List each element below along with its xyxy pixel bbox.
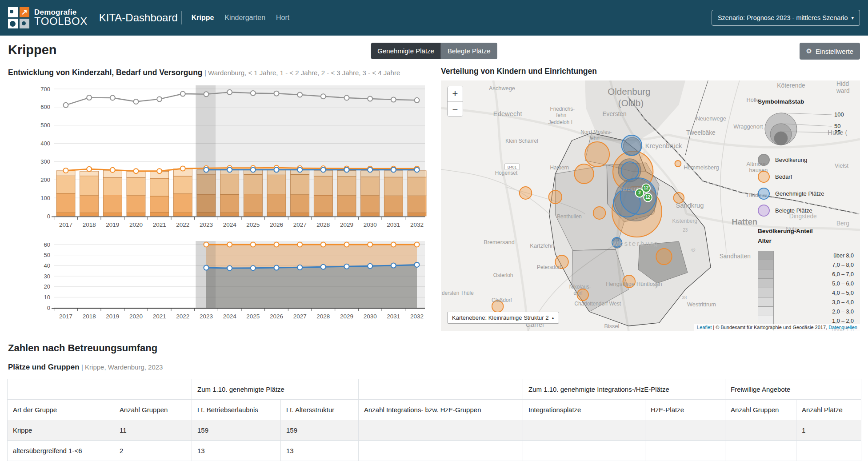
age-scale-row: über 8,0 [758, 251, 855, 260]
svg-text:2021: 2021 [153, 221, 166, 228]
svg-text:2024: 2024 [223, 313, 237, 320]
page-title: Krippen [8, 43, 57, 57]
svg-text:300: 300 [40, 158, 50, 165]
col-hze-plaetze: HzE-Plätze [645, 399, 725, 420]
bedarf-circle[interactable] [656, 249, 672, 265]
belegte-plaetze-toggle[interactable]: Belegte Plätze [441, 43, 497, 59]
svg-text:30: 30 [44, 273, 50, 280]
map-label: fehn [556, 112, 566, 118]
genehmigte-plaetze-toggle[interactable]: Genehmigte Plätze [371, 43, 441, 59]
map-label: Köterende [777, 82, 805, 89]
bedarf-circle[interactable] [585, 142, 609, 167]
road-badge-label: B401 [508, 165, 517, 169]
svg-text:2018: 2018 [83, 313, 96, 320]
kartenebene-label: Kartenebene: Kleinräumige Struktur 2 [452, 314, 549, 321]
cell: 2 [114, 440, 192, 461]
versorgung-chart-block: 0102030405060201720182019202020212022202… [8, 240, 429, 325]
legend-label: Belegte Plätze [775, 207, 812, 214]
map-label: Friedrichs- [550, 106, 575, 112]
gear-icon: ⚙ [806, 47, 812, 55]
svg-text:2031: 2031 [387, 313, 400, 320]
distribution-map[interactable]: AschwegeEdewechtFriedrichs-fehnJeddeloh … [441, 80, 860, 331]
zoom-in-button[interactable]: + [448, 86, 463, 101]
nav-item-kindergarten[interactable]: Kindergarten [224, 14, 265, 22]
age-scale-label: 5,0 – 6,0 [774, 281, 855, 287]
leaflet-link[interactable]: Leaflet [697, 325, 712, 330]
cell: 159 [281, 420, 359, 440]
age-scale-label: 7,0 – 8,0 [774, 262, 855, 268]
age-scale-cell [758, 307, 774, 316]
map-label: Benthullen [557, 213, 582, 220]
bedarf-circle[interactable] [549, 190, 562, 204]
genehmigte-circle[interactable] [621, 162, 639, 180]
age-scale-label: 2,0 – 3,0 [774, 309, 855, 315]
legend-item: Genehmigte Plätze [758, 188, 855, 200]
map-label: (Oldb) [618, 98, 644, 108]
zoom-out-button[interactable]: − [448, 101, 463, 116]
svg-text:2017: 2017 [59, 313, 72, 320]
cell [359, 440, 523, 461]
age-scale-cell [758, 260, 774, 269]
nav-item-hort[interactable]: Hort [276, 14, 289, 22]
nav-divider [181, 11, 182, 24]
map-label: Hidd [836, 80, 849, 87]
cell: 1 [796, 420, 861, 440]
age-title-line1: Bevölkerung-Anteil [758, 228, 813, 234]
svg-text:2032: 2032 [410, 221, 424, 228]
map-label: Jeddeloh I [548, 119, 572, 125]
col-integrationsplaetze: Integrationsplätze [523, 399, 645, 420]
map-label: Aschwege [489, 85, 515, 92]
map-label: Eversten [602, 110, 626, 117]
map-label: Westerburg [612, 240, 659, 247]
age-scale-cell [758, 288, 774, 297]
map-attribution: Leaflet | © Bundesamt für Kartographie u… [694, 324, 860, 331]
einstellwerte-label: Einstellwerte [816, 48, 853, 55]
svg-text:2026: 2026 [270, 313, 283, 320]
svg-text:700: 700 [40, 86, 50, 92]
svg-text:2017: 2017 [59, 221, 72, 228]
map-label: Charlottendorf West [575, 301, 621, 307]
bedarf-circle[interactable] [575, 164, 594, 184]
bedarf-circle[interactable] [593, 207, 606, 219]
chevron-down-icon: ▾ [851, 15, 854, 21]
scenario-dropdown[interactable]: Szenario: Prognose 2023 - mittleres Szen… [712, 10, 860, 26]
kartenebene-dropdown[interactable]: Kartenebene: Kleinräumige Struktur 2 ▴ [447, 312, 559, 324]
map-label: Hengstlage [606, 281, 635, 287]
svg-text:2026: 2026 [270, 221, 283, 228]
nav-item-krippe[interactable]: Krippe [192, 14, 214, 22]
symbol-scale-value: 50 [834, 123, 840, 129]
svg-text:2032: 2032 [410, 313, 424, 320]
map-label: 38 [682, 295, 687, 300]
bedarf-circle[interactable] [520, 187, 532, 199]
cell: 159 [192, 420, 281, 440]
svg-text:2019: 2019 [106, 313, 119, 320]
symbol-scale-value: 25 [834, 129, 840, 136]
age-scale-cell [758, 251, 774, 260]
group-header-empty-3 [359, 379, 523, 399]
map-label: Sandhatten [720, 253, 751, 260]
svg-text:20: 20 [44, 283, 50, 290]
svg-text:2031: 2031 [387, 221, 400, 228]
entwicklung-chart: 0100200300400500600700201720182019202020… [8, 83, 429, 234]
charts-title: Entwicklung von Kinderzahl, Bedarf und V… [8, 68, 203, 77]
bedarf-circle[interactable] [675, 161, 681, 167]
map-label: Neuenwege [696, 115, 726, 122]
svg-text:0: 0 [47, 305, 50, 311]
table-caption: Plätze und Gruppen | Krippe, Wardenburg,… [8, 362, 860, 373]
einstellwerte-button[interactable]: ⚙ Einstellwerte [800, 43, 860, 60]
col-lt-betriebserlaubnis: Lt. Betriebserlaubnis [192, 399, 281, 420]
demografie-toolbox-logo[interactable]: ↗ Demografie TOOLBOX [8, 7, 88, 28]
datenquellen-link[interactable]: Datenquellen [828, 325, 857, 330]
legend-swatch [758, 154, 770, 166]
svg-text:2022: 2022 [176, 313, 189, 320]
app-title: KITA-Dashboard [99, 12, 178, 24]
symbol-scale-value: 100 [834, 111, 844, 118]
map-label: Bremersand [484, 239, 515, 245]
legend-item: Belegte Plätze [758, 205, 855, 217]
genehmigte-circle[interactable] [622, 135, 642, 156]
versorgung-chart: 0102030405060201720182019202020212022202… [8, 240, 429, 324]
legend-item: Bevölkerung [758, 154, 855, 166]
map-label: Hatten [732, 217, 757, 226]
svg-text:2024: 2024 [223, 221, 237, 228]
symbol-scale-circles: 1005025 [758, 107, 851, 148]
